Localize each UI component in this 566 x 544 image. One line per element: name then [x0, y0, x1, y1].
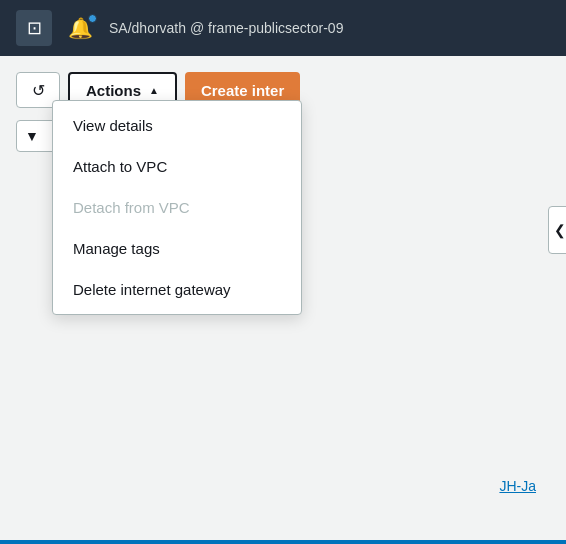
actions-dropdown: View details Attach to VPC Detach from V… [52, 100, 302, 315]
filter-chevron-icon: ▼ [25, 128, 39, 144]
dropdown-item-attach-vpc[interactable]: Attach to VPC [53, 146, 301, 187]
content-area: ↺ Actions ▲ Create inter View details At… [0, 56, 566, 544]
chevron-left-icon: ❮ [554, 222, 566, 238]
terminal-icon[interactable]: ⊡ [16, 10, 52, 46]
dropdown-item-delete-gateway[interactable]: Delete internet gateway [53, 269, 301, 310]
gateway-link[interactable]: JH-Ja [499, 478, 536, 494]
create-label: Create inter [201, 82, 284, 99]
dropdown-item-view-details[interactable]: View details [53, 105, 301, 146]
actions-label: Actions [86, 82, 141, 99]
bottom-accent-bar [0, 540, 566, 544]
side-panel-toggle[interactable]: ❮ [548, 206, 566, 254]
dropdown-item-detach-vpc: Detach from VPC [53, 187, 301, 228]
dropdown-item-manage-tags[interactable]: Manage tags [53, 228, 301, 269]
topbar: ⊡ 🔔 SA/dhorvath @ frame-publicsector-09 [0, 0, 566, 56]
bell-icon[interactable]: 🔔 [68, 16, 93, 40]
terminal-icon-symbol: ⊡ [27, 17, 42, 39]
refresh-icon: ↺ [32, 81, 45, 100]
user-label: SA/dhorvath @ frame-publicsector-09 [109, 20, 343, 36]
actions-arrow-icon: ▲ [149, 85, 159, 96]
notification-dot [88, 14, 97, 23]
